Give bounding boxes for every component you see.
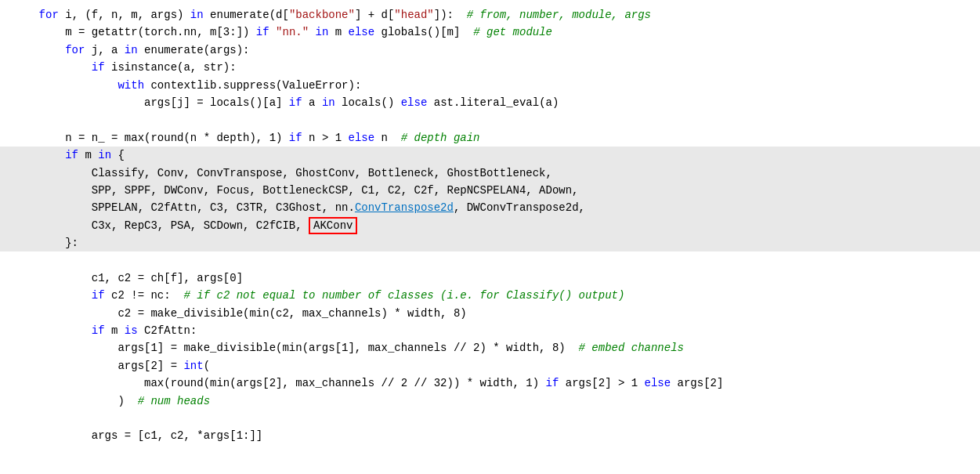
code-token: m — [328, 24, 348, 41]
code-token: # num heads — [138, 393, 210, 410]
code-token: args = [c1, c2, *args[1:]] — [13, 427, 262, 444]
code-token: for — [65, 42, 85, 59]
code-token: a — [302, 94, 322, 111]
code-line: c2 = make_divisible(min(c2, max_channels… — [0, 305, 980, 322]
code-token: m — [78, 147, 98, 164]
code-line: c1, c2 = ch[f], args[0] — [0, 270, 980, 287]
code-token — [269, 24, 276, 41]
code-token: # get module — [473, 24, 552, 41]
code-token: , DWConvTranspose2d, — [454, 199, 585, 216]
akconv-highlighted: AKConv — [309, 217, 357, 234]
code-token: j, a — [85, 42, 124, 59]
code-token: args[j] = locals()[a] — [13, 94, 289, 111]
code-token: ( — [204, 357, 210, 374]
code-token: if — [92, 59, 105, 76]
code-line: Classify, Conv, ConvTranspose, GhostConv… — [0, 165, 980, 182]
code-line: if isinstance(a, str): — [0, 59, 980, 76]
code-line: if m is C2fAttn: — [0, 322, 980, 339]
code-token: else — [348, 129, 374, 147]
code-token: in — [98, 147, 111, 164]
code-token: else — [645, 374, 671, 392]
code-token — [13, 322, 92, 339]
code-token: ConvTranspose2d — [355, 199, 454, 216]
code-token: for — [39, 6, 59, 24]
code-token: in — [125, 42, 138, 59]
code-token — [13, 77, 118, 94]
code-line — [0, 251, 980, 269]
code-token: if — [92, 287, 105, 304]
code-token: c1, c2 = ch[f], args[0] — [13, 270, 243, 287]
code-line: args[j] = locals()[a] if a in locals() e… — [0, 94, 980, 111]
code-line: C3x, RepC3, PSA, SCDown, C2fCIB, AKConv — [0, 217, 980, 234]
code-token: in — [190, 6, 204, 24]
code-token — [13, 6, 39, 24]
code-token: ] + d[ — [355, 6, 394, 24]
code-line: SPPELAN, C2fAttn, C3, C3TR, C3Ghost, nn.… — [0, 199, 980, 216]
code-line: }: — [0, 234, 980, 251]
code-line — [0, 410, 980, 427]
code-token: "head" — [394, 6, 433, 24]
code-token — [13, 42, 65, 59]
code-token: c2 != nc: — [105, 287, 184, 304]
code-token: n — [374, 129, 401, 147]
code-line: args[2] = int( — [0, 357, 980, 374]
code-line: n = n_ = max(round(n * depth), 1) if n >… — [0, 129, 980, 147]
code-token: args[2] — [671, 374, 723, 392]
code-token: globals()[m] — [374, 24, 473, 41]
code-token — [13, 147, 65, 164]
code-token: "nn." — [276, 24, 309, 41]
code-token: with — [118, 77, 144, 94]
code-token: ) — [13, 393, 138, 410]
code-line: SPP, SPPF, DWConv, Focus, BottleneckCSP,… — [0, 182, 980, 199]
code-token: n > 1 — [302, 129, 349, 147]
code-token: { — [111, 147, 125, 164]
code-token — [309, 24, 315, 41]
code-token: i, (f, n, m, args) — [59, 6, 190, 24]
code-token: if — [546, 374, 559, 392]
code-token: n = n_ = max(round(n * depth), 1) — [13, 129, 289, 147]
code-token: ast.literal_eval(a) — [427, 94, 559, 111]
code-token: # from, number, module, args — [467, 6, 651, 24]
code-token: args[2] > 1 — [559, 374, 644, 392]
code-token: args[1] = make_divisible(min(args[1], ma… — [13, 339, 579, 356]
code-token: if — [289, 94, 302, 111]
code-token — [13, 59, 92, 76]
code-token: if — [256, 24, 269, 41]
code-token: args[2] = — [13, 357, 183, 374]
code-token: in — [322, 94, 335, 111]
code-token: c2 = make_divisible(min(c2, max_channels… — [13, 305, 467, 322]
code-line: m = getattr(torch.nn, m[3:]) if "nn." in… — [0, 24, 980, 41]
code-token: else — [401, 94, 428, 111]
code-token: locals() — [335, 94, 401, 111]
code-line: if c2 != nc: # if c2 not equal to number… — [0, 287, 980, 304]
code-token: # if c2 not equal to number of classes (… — [183, 287, 624, 304]
code-editor: for i, (f, n, m, args) in enumerate(d["b… — [0, 0, 980, 474]
code-token: enumerate(args): — [138, 42, 250, 59]
code-token: in — [316, 24, 329, 41]
code-token: # depth gain — [401, 129, 480, 147]
code-line: args = [c1, c2, *args[1:]] — [0, 427, 980, 444]
code-token — [13, 287, 92, 304]
code-token: if — [92, 322, 105, 339]
code-line: max(round(min(args[2], max_channels // 2… — [0, 374, 980, 392]
code-line: for j, a in enumerate(args): — [0, 42, 980, 59]
code-token: else — [349, 24, 375, 41]
code-token: Classify, Conv, ConvTranspose, GhostConv… — [13, 165, 552, 182]
code-token: }: — [13, 234, 78, 251]
code-token: int — [183, 357, 203, 374]
code-line: if m in { — [0, 147, 980, 164]
code-token: is — [125, 322, 138, 339]
code-token: if — [65, 147, 78, 164]
code-token: m — [105, 322, 125, 339]
code-line — [0, 111, 980, 128]
code-token: m = getattr(torch.nn, m[3:]) — [13, 24, 256, 41]
code-token: isinstance(a, str): — [105, 59, 237, 76]
code-token: SPPELAN, C2fAttn, C3, C3TR, C3Ghost, nn. — [13, 199, 355, 216]
code-token: contextlib.suppress(ValueError): — [144, 77, 361, 94]
code-token: max(round(min(args[2], max_channels // 2… — [13, 374, 546, 392]
code-token: # embed channels — [579, 339, 684, 356]
code-token: SPP, SPPF, DWConv, Focus, BottleneckCSP,… — [13, 182, 579, 199]
code-token: "backbone" — [289, 6, 355, 24]
code-line: for i, (f, n, m, args) in enumerate(d["b… — [0, 6, 980, 24]
code-token: enumerate(d[ — [204, 6, 289, 24]
